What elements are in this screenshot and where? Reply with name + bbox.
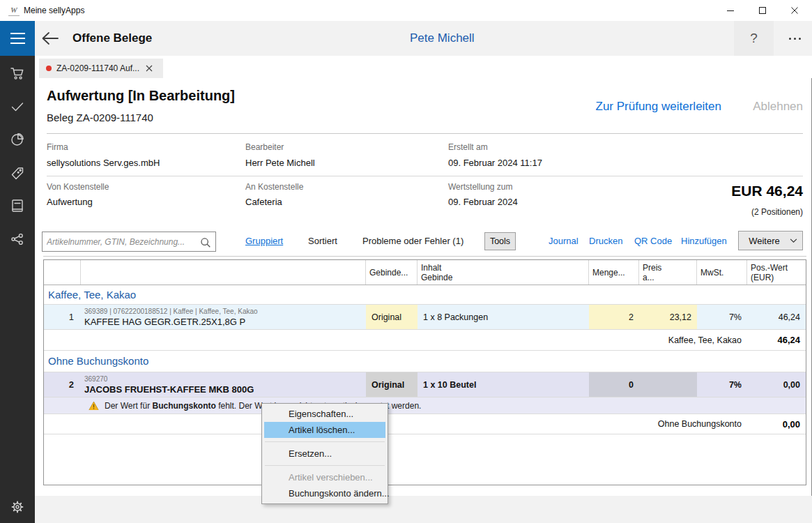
check-icon bbox=[9, 98, 26, 115]
journal-link[interactable]: Journal bbox=[549, 236, 579, 246]
group-header-ohne-buchungskonto[interactable]: Ohne Buchungskonto bbox=[44, 351, 806, 372]
col-header-mwst[interactable]: MwSt. bbox=[697, 260, 747, 285]
group-subtotal-row: Ohne Buchungskonto 0,00 bbox=[44, 414, 806, 434]
more-options-button[interactable] bbox=[779, 21, 810, 56]
tab-label: ZA-0209-111740 Auf... bbox=[56, 63, 139, 73]
chevron-down-icon bbox=[790, 238, 797, 243]
tab-strip: ZA-0209-111740 Auf... bbox=[35, 56, 812, 78]
menu-separator bbox=[265, 441, 385, 442]
col-header-pos-wert[interactable]: Pos.-Wert (EUR) bbox=[747, 260, 806, 285]
table-row-1[interactable]: 1 369389 | 07622200188512 | Kaffee | Kaf… bbox=[44, 305, 806, 330]
table-row-2[interactable]: 2 369270 JACOBS FRUEHST-KAFFEE MKB 800G … bbox=[44, 372, 806, 397]
toggle-sortiert[interactable]: Sortiert bbox=[308, 236, 337, 246]
drucken-link[interactable]: Drucken bbox=[589, 236, 622, 246]
toggle-gruppiert[interactable]: Gruppiert bbox=[245, 236, 283, 246]
app-header: Offene Belege Pete Michell ? bbox=[0, 21, 812, 56]
search-icon[interactable] bbox=[199, 236, 211, 251]
document-tab[interactable]: ZA-0209-111740 Auf... bbox=[39, 59, 163, 78]
forward-for-review-link[interactable]: Zur Prüfung weiterleiten bbox=[596, 100, 721, 114]
gebinde-cell[interactable]: Original bbox=[366, 372, 418, 397]
field-label-an-kostenstelle: An Kostenstelle bbox=[245, 182, 303, 192]
col-header-menge[interactable]: Menge... bbox=[589, 260, 639, 285]
article-meta: 369389 | 07622200188512 | Kaffee | Kaffe… bbox=[84, 307, 366, 316]
hinzufuegen-link[interactable]: Hinzufügen bbox=[681, 236, 727, 246]
menu-separator bbox=[265, 465, 385, 466]
reject-link[interactable]: Ablehnen bbox=[753, 100, 803, 114]
article-cell: 369270 JACOBS FRUEHST-KAFFEE MKB 800G bbox=[81, 372, 366, 397]
menu-item-ersetzen[interactable]: Ersetzen... bbox=[264, 446, 385, 462]
preis-cell[interactable]: 23,12 bbox=[639, 305, 697, 329]
context-menu: Eigenschaften... Artikel löschen... Erse… bbox=[261, 403, 388, 504]
close-icon bbox=[790, 6, 799, 15]
menge-cell[interactable]: 2 bbox=[589, 305, 639, 329]
hamburger-menu-button[interactable] bbox=[0, 21, 35, 56]
close-button[interactable] bbox=[779, 0, 811, 21]
pos-wert-cell: 0,00 bbox=[747, 372, 806, 397]
row-number: 1 bbox=[44, 305, 81, 329]
sidebar bbox=[0, 56, 35, 523]
positions-count: (2 Positionen) bbox=[751, 207, 803, 217]
menu-item-artikel-verschieben: Artikel verschieben... bbox=[264, 469, 385, 485]
field-value-von-kostenstelle: Aufwertung bbox=[47, 197, 93, 207]
page-title: Offene Belege bbox=[72, 21, 152, 56]
qr-code-link[interactable]: QR Code bbox=[634, 236, 672, 246]
document-total: EUR 46,24 bbox=[731, 183, 803, 199]
group-header-kaffee-tee-kakao[interactable]: Kaffee, Tee, Kakao bbox=[44, 285, 806, 305]
inhalt-cell: 1 x 10 Beutel bbox=[418, 372, 589, 397]
app-window: W Meine sellyApps Offene Belege Pete Mic… bbox=[0, 0, 812, 523]
menu-item-artikel-loeschen[interactable]: Artikel löschen... bbox=[264, 422, 385, 438]
article-name: KAFFEE HAG GEGR.GETR.25X1,8G P bbox=[84, 316, 366, 328]
minimize-button[interactable] bbox=[714, 0, 746, 21]
tab-close-button[interactable] bbox=[146, 65, 153, 72]
app-logo-icon: W bbox=[8, 5, 20, 16]
menu-item-eigenschaften[interactable]: Eigenschaften... bbox=[264, 406, 385, 422]
divider bbox=[43, 256, 806, 257]
maximize-button[interactable] bbox=[746, 0, 779, 21]
preis-cell[interactable] bbox=[639, 372, 697, 397]
settings-button[interactable] bbox=[9, 499, 26, 515]
mwst-cell: 7% bbox=[697, 305, 747, 329]
subtotal-label: Kaffee, Tee, Kakao bbox=[44, 330, 747, 350]
sidebar-item-reports[interactable] bbox=[9, 131, 26, 148]
menge-cell[interactable]: 0 bbox=[589, 372, 639, 397]
unsaved-changes-dot-icon bbox=[46, 66, 52, 71]
gebinde-cell[interactable]: Original bbox=[366, 305, 418, 329]
pos-wert-cell: 46,24 bbox=[747, 305, 806, 329]
field-label-bearbeiter: Bearbeiter bbox=[245, 142, 284, 152]
field-value-an-kostenstelle: Cafeteria bbox=[245, 197, 282, 207]
sidebar-item-tasks[interactable] bbox=[9, 98, 26, 115]
toggle-probleme-oder-fehler[interactable]: Probleme oder Fehler (1) bbox=[362, 236, 464, 246]
article-cell: 369389 | 07622200188512 | Kaffee | Kaffe… bbox=[81, 305, 366, 329]
col-header-inhalt-gebinde[interactable]: Inhalt Gebinde bbox=[418, 260, 589, 285]
sidebar-item-journal[interactable] bbox=[9, 197, 26, 214]
back-button[interactable] bbox=[40, 30, 60, 47]
ellipsis-icon bbox=[789, 38, 791, 40]
search-input[interactable] bbox=[47, 233, 194, 250]
col-header-gebinde[interactable]: Gebinde... bbox=[366, 260, 418, 285]
window-titlebar: W Meine sellyApps bbox=[0, 0, 812, 21]
field-value-erstellt-am: 09. Februar 2024 11:17 bbox=[448, 158, 542, 168]
sidebar-item-articles[interactable] bbox=[9, 165, 26, 181]
weitere-dropdown-button[interactable]: Weitere bbox=[738, 231, 803, 250]
document-title: Aufwertung [In Bearbeitung] bbox=[47, 88, 235, 104]
hamburger-icon bbox=[10, 33, 25, 34]
user-name-link[interactable]: Pete Michell bbox=[410, 21, 475, 56]
col-header-article[interactable] bbox=[81, 260, 366, 285]
field-label-erstellt-am: Erstellt am bbox=[448, 142, 488, 152]
help-button[interactable]: ? bbox=[734, 21, 774, 56]
close-icon bbox=[146, 65, 153, 72]
article-meta: 369270 bbox=[84, 374, 366, 384]
book-icon bbox=[9, 197, 26, 214]
sidebar-item-share[interactable] bbox=[9, 231, 26, 248]
field-value-bearbeiter: Herr Pete Michell bbox=[245, 158, 315, 168]
sidebar-item-cart[interactable] bbox=[9, 65, 26, 82]
tools-button[interactable]: Tools bbox=[484, 232, 516, 250]
window-title: Meine sellyApps bbox=[24, 6, 84, 15]
field-label-wertstellung: Wertstellung zum bbox=[448, 182, 512, 192]
menu-item-buchungskonto-aendern[interactable]: Buchungskonto ändern... bbox=[264, 485, 385, 501]
cart-icon bbox=[9, 65, 26, 82]
field-label-firma: Firma bbox=[47, 142, 68, 152]
col-header-number[interactable] bbox=[44, 260, 81, 285]
col-header-preis[interactable]: Preis a... bbox=[639, 260, 697, 285]
field-label-von-kostenstelle: Von Kostenstelle bbox=[47, 182, 109, 192]
